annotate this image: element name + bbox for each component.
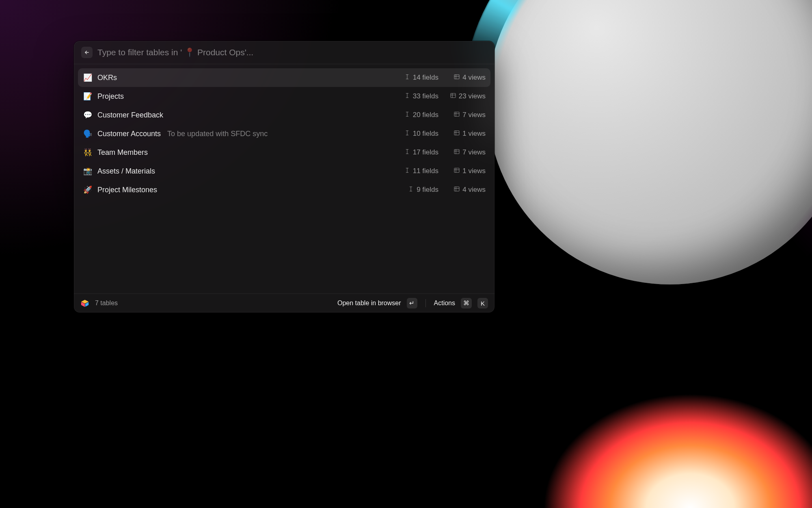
svg-rect-1 xyxy=(454,74,459,79)
fields-count: 33 fields xyxy=(395,92,438,101)
svg-rect-7 xyxy=(454,112,459,116)
fields-count: 11 fields xyxy=(395,167,438,176)
open-in-browser-label[interactable]: Open table in browser xyxy=(337,300,401,307)
grid-icon xyxy=(454,111,460,119)
table-name: Team Members xyxy=(97,148,148,157)
grid-icon xyxy=(450,92,456,101)
fields-count: 20 fields xyxy=(395,111,438,119)
table-row[interactable]: 🚀Project Milestones9 fields4 views xyxy=(78,180,490,199)
text-cursor-icon xyxy=(408,186,414,194)
arrow-left-icon xyxy=(84,50,90,55)
table-row[interactable]: 💬Customer Feedback20 fields7 views xyxy=(78,106,490,124)
grid-icon xyxy=(454,167,460,176)
table-description: To be updated with SFDC sync xyxy=(167,130,268,138)
views-count: 4 views xyxy=(442,74,486,82)
text-cursor-icon xyxy=(404,74,410,82)
table-name: Projects xyxy=(97,92,124,101)
views-count: 1 views xyxy=(442,167,486,176)
table-name: OKRs xyxy=(97,74,117,82)
svg-rect-4 xyxy=(451,93,456,98)
views-count: 23 views xyxy=(442,92,486,101)
fields-count: 10 fields xyxy=(395,130,438,138)
text-cursor-icon xyxy=(404,92,410,101)
fields-count: 17 fields xyxy=(395,148,438,157)
search-row xyxy=(74,41,495,64)
grid-icon xyxy=(454,148,460,157)
airtable-icon xyxy=(80,299,89,308)
table-name: Project Milestones xyxy=(97,186,157,194)
table-emoji: 👯 xyxy=(83,148,93,157)
table-emoji: 📸 xyxy=(83,167,93,176)
table-name: Assets / Materials xyxy=(97,167,155,176)
text-cursor-icon xyxy=(404,130,410,138)
k-key: K xyxy=(477,298,488,308)
table-row[interactable]: 🗣️Customer AccountsTo be updated with SF… xyxy=(78,124,490,143)
views-count: 7 views xyxy=(442,111,486,119)
actions-button[interactable]: Actions xyxy=(434,300,455,307)
table-list: 📈OKRs14 fields4 views📝Projects33 fields2… xyxy=(74,64,495,293)
table-name: Customer Accounts xyxy=(97,130,161,138)
divider xyxy=(425,299,426,307)
search-input[interactable] xyxy=(97,48,487,57)
grid-icon xyxy=(454,130,460,138)
svg-rect-13 xyxy=(454,149,459,154)
svg-rect-16 xyxy=(454,168,459,172)
table-row[interactable]: 📝Projects33 fields23 views xyxy=(78,87,490,106)
fields-count: 9 fields xyxy=(395,186,438,194)
command-palette: 📈OKRs14 fields4 views📝Projects33 fields2… xyxy=(74,41,495,313)
fields-count: 14 fields xyxy=(395,74,438,82)
table-row[interactable]: 📈OKRs14 fields4 views xyxy=(78,68,490,87)
back-button[interactable] xyxy=(81,47,93,58)
views-count: 1 views xyxy=(442,130,486,138)
views-count: 4 views xyxy=(442,186,486,194)
table-name: Customer Feedback xyxy=(97,111,163,119)
svg-rect-10 xyxy=(454,130,459,135)
table-row[interactable]: 📸Assets / Materials11 fields1 views xyxy=(78,162,490,180)
table-emoji: 📈 xyxy=(83,73,93,82)
cmd-key: ⌘ xyxy=(461,298,472,308)
views-count: 7 views xyxy=(442,148,486,157)
text-cursor-icon xyxy=(404,167,410,176)
table-count: 7 tables xyxy=(95,300,118,307)
footer: 7 tables Open table in browser ↵ Actions… xyxy=(74,293,495,313)
table-emoji: 🗣️ xyxy=(83,129,93,138)
text-cursor-icon xyxy=(404,111,410,119)
table-row[interactable]: 👯Team Members17 fields7 views xyxy=(78,143,490,162)
grid-icon xyxy=(454,74,460,82)
table-emoji: 📝 xyxy=(83,92,93,101)
table-emoji: 💬 xyxy=(83,111,93,119)
grid-icon xyxy=(454,186,460,194)
enter-key: ↵ xyxy=(407,298,417,308)
table-emoji: 🚀 xyxy=(83,185,93,194)
svg-rect-19 xyxy=(454,187,459,191)
text-cursor-icon xyxy=(404,148,410,157)
